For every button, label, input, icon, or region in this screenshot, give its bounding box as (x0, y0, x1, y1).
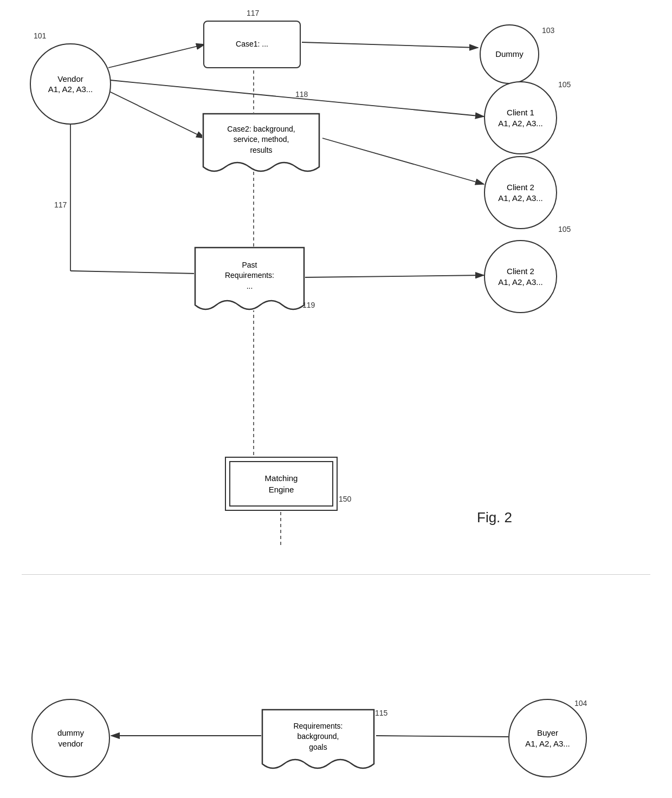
case2-label: Case2: background,service, method,result… (222, 124, 300, 156)
client2-upper-id-label: 105 (558, 225, 571, 233)
client2-upper-label: Client 2A1, A2, A3... (498, 182, 543, 203)
requirements-doc: Requirements:background,goals (261, 709, 375, 769)
client1-node: Client 1A1, A2, A3... (484, 81, 557, 154)
buyer-node: BuyerA1, A2, A3... (508, 699, 587, 777)
line-118-label: 118 (295, 90, 308, 99)
dummy-vendor-label: dummyvendor (57, 728, 84, 749)
case1-label: Case1: ... (236, 39, 268, 50)
dummy-label: Dummy (495, 49, 524, 60)
dummy-id-label: 103 (542, 26, 554, 35)
matching-engine-inner: MatchingEngine (229, 461, 333, 507)
matching-id-label: 150 (339, 495, 351, 503)
requirements-id-label: 115 (375, 709, 387, 717)
case1-id-label: 117 (247, 9, 259, 17)
case2-doc: Case2: background,service, method,result… (202, 113, 320, 171)
requirements-label: Requirements:background,goals (293, 721, 343, 753)
buyer-label: BuyerA1, A2, A3... (525, 728, 570, 749)
past-req-id-label: 119 (302, 301, 315, 309)
dummy-node: Dummy (480, 24, 539, 84)
separator-line (22, 574, 650, 575)
svg-line-3 (302, 42, 478, 48)
svg-line-2 (108, 44, 205, 68)
buyer-id-label: 104 (574, 699, 587, 708)
vendor-node: VendorA1, A2, A3... (30, 43, 111, 125)
svg-line-9 (303, 275, 484, 277)
svg-line-6 (322, 138, 484, 184)
matching-engine-label: MatchingEngine (265, 472, 298, 495)
case1-doc: Case1: ... (203, 21, 301, 68)
diagram-container: VendorA1, A2, A3... 101 Dummy 103 Client… (0, 0, 672, 798)
client1-id-label: 105 (558, 80, 571, 89)
client2-upper-node: Client 2A1, A2, A3... (484, 156, 557, 229)
vendor-label: VendorA1, A2, A3... (48, 74, 93, 95)
svg-line-8 (70, 271, 197, 274)
matching-engine-outer: MatchingEngine (225, 457, 338, 511)
line-117-label: 117 (54, 200, 67, 209)
past-req-doc: PastRequirements:... (194, 246, 305, 310)
client2-mid-label: Client 2A1, A2, A3... (498, 266, 543, 287)
svg-line-5 (108, 91, 205, 138)
svg-line-12 (376, 736, 508, 737)
past-req-label: PastRequirements:... (225, 260, 274, 292)
fig2-label: Fig. 2 (477, 509, 512, 526)
arrows-svg (0, 0, 672, 798)
client1-label: Client 1A1, A2, A3... (498, 107, 543, 128)
vendor-id-label: 101 (34, 31, 46, 40)
dummy-vendor-node: dummyvendor (31, 699, 110, 777)
client2-mid-node: Client 2A1, A2, A3... (484, 240, 557, 313)
